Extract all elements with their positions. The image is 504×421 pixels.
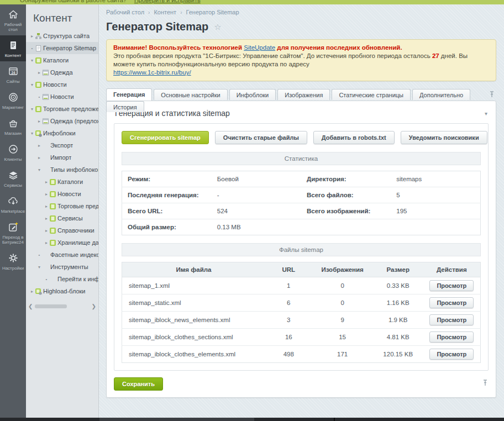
tree-item[interactable]: ▸ Сервисы [26,212,98,224]
tree-arrow-icon[interactable]: ▸ [44,240,49,245]
app-sidebar-item-b24[interactable]: Переход в Битрикс24 [0,217,26,248]
scroll-right-icon[interactable]: ❯ [92,303,96,310]
tree-item[interactable]: ▾ Каталоги [26,54,98,66]
clean-files-button[interactable]: Очистить старые файлы [215,131,307,144]
files-column-header: Размер [373,262,423,277]
iblock-icon [49,178,57,186]
tab-item[interactable]: Изображения [277,89,330,100]
tree-arrow-icon[interactable]: ▾ [36,265,42,270]
tree-item[interactable]: ▸ Highload-блоки [26,285,98,297]
tree-item[interactable]: ▸ Хранилище данных [26,236,98,249]
tree-arrow-icon[interactable]: ▸ [44,216,49,221]
view-file-button[interactable]: Просмотр [429,280,474,291]
generate-sitemap-button[interactable]: Сгенерировать sitemap [122,131,209,144]
siteupdate-link[interactable]: SiteUpdate [244,44,275,51]
tree-arrow-icon[interactable]: ▸ [36,155,42,160]
tree-arrow-icon[interactable]: ▸ [29,34,35,39]
stat-value: - [212,187,301,203]
tree-item[interactable]: ▸ Одежда [26,66,98,78]
tree-arrow-icon[interactable]: ▸ [44,228,49,233]
collapse-chevron-icon[interactable]: ▾ [485,110,487,117]
breadcrumb-item[interactable]: Контент [154,9,176,15]
tree-arrow-icon[interactable]: ▾ [29,107,35,112]
page-icon [35,45,43,52]
add-robots-button[interactable]: Добавить в robots.txt [313,131,395,144]
app-sidebar-item-settings[interactable]: Настройки [0,248,26,274]
buy-link[interactable]: https://www.1c-bitrix.ru/buy/ [113,69,191,76]
warning-text: Внимание! Воспользуйтесь технологией [113,44,244,51]
tree-item-label: Highload-блоки [43,288,86,294]
scroll-left-icon[interactable]: ❮ [28,303,33,310]
tree-arrow-icon[interactable]: ▸ [44,204,49,209]
tree-arrow-icon[interactable]: ▸ [44,192,49,197]
tree-item[interactable]: ▾ Типы инфоблоков [26,164,98,176]
tree-item[interactable]: ▾ Новости [26,78,98,91]
tree-item[interactable]: ▾ Торговые предложения [26,103,98,115]
tree-arrow-icon[interactable]: ▾ [29,58,35,63]
app-sidebar-item-sites24[interactable]: 24 Сайты [0,61,26,87]
breadcrumb-item[interactable]: Рабочий стол [106,9,144,15]
tree-item[interactable]: • Новости [26,91,98,103]
save-button[interactable]: Сохранить [114,377,163,391]
app-sidebar-item-marketing[interactable]: Маркетинг [0,87,26,113]
app-sidebar-item-shop[interactable]: Магазин [0,113,26,139]
tree-arrow-icon[interactable]: ▾ [29,131,35,136]
window-icon [42,118,50,125]
tree-horizontal-scrollbar[interactable]: ❮ ❯ [27,303,97,310]
file-image-count: 15 [312,329,372,346]
app-sidebar-item-marketplace[interactable]: Marketplace [0,191,26,217]
app-sidebar-item-clients[interactable]: Клиенты [0,139,26,165]
scrollbar-thumb[interactable] [35,304,67,308]
tree-item[interactable]: ▸ Каталоги [26,176,98,188]
tree-item-label: Каталоги [43,57,69,64]
view-file-button[interactable]: Просмотр [429,331,474,343]
tree-item[interactable]: ▸ Одежда (предложения) [26,115,98,127]
tree-item[interactable]: ▸ Импорт [26,151,98,164]
files-column-header: Действия [423,262,481,277]
tree-item[interactable]: ▸ Экспорт [26,139,98,151]
notify-engines-button[interactable]: Уведомить поисковики [401,131,487,144]
tree-arrow-icon[interactable]: ▸ [36,143,42,148]
bullet-icon: • [36,94,42,99]
tree-arrow-icon[interactable]: ▾ [36,167,42,172]
view-file-button[interactable]: Просмотр [429,314,474,325]
view-file-button[interactable]: Просмотр [429,349,474,360]
trial-days-left: 27 [432,52,439,59]
tab-item[interactable]: Статические страницы [332,89,411,100]
bottom-pin-icon[interactable] [482,379,489,389]
breadcrumb-item: Генератор Sitemap [186,9,239,15]
tab-item[interactable]: Дополнительно [412,89,470,100]
tree-item[interactable]: ▾ Инструменты [26,261,98,273]
tree-item[interactable]: • Перейти к инфоблоку / [26,273,98,285]
tab-item[interactable]: Инфоблоки [229,89,276,100]
tree-item-label: Инструменты [50,264,88,270]
tree-arrow-icon[interactable]: ▸ [29,289,35,294]
health-notice-text: Обнаружены ошибки в работе сайта? [20,0,127,3]
health-notice-link[interactable]: Проверить и исправить [134,0,201,3]
app-item-label: Настройки [1,266,25,271]
view-file-button[interactable]: Просмотр [429,297,474,308]
tab-item[interactable]: Основные настройки [154,89,227,100]
tree-arrow-icon[interactable]: ▸ [36,70,42,75]
tree-item[interactable]: ▾ Инфоблоки [26,127,98,139]
app-sidebar-item-home[interactable]: Рабочий стол [0,4,26,35]
tree-item[interactable]: ▸ Новости [26,188,98,200]
stat-label [301,219,391,235]
tree-arrow-icon[interactable]: ▾ [29,82,35,87]
tab-active[interactable]: Генерация [106,88,152,101]
tree-item[interactable]: ▸ Справочники [26,224,98,236]
tree-item-label: Хранилище данных [57,239,98,246]
tree-item[interactable]: ▸ Торговые предложе [26,200,98,212]
tree-arrow-icon[interactable]: ▸ [36,119,42,124]
tree-item[interactable]: • Генератор Sitemap [26,42,98,54]
tab-item[interactable]: История [106,101,144,112]
pin-icon[interactable] [489,91,495,101]
tree-item[interactable]: • Фасетные индексы [26,249,98,261]
app-sidebar-item-content[interactable]: Контент [0,35,26,61]
favorite-star-icon[interactable]: ☆ [214,22,221,32]
tree-arrow-icon[interactable]: ▸ [44,180,49,185]
tree-item-label: Сервисы [57,215,83,222]
generation-box: Сгенерировать sitemap Очистить старые фа… [114,123,489,371]
app-sidebar-item-services[interactable]: Сервисы [0,165,26,191]
tree-item[interactable]: ▸ Структура сайта [26,30,98,42]
